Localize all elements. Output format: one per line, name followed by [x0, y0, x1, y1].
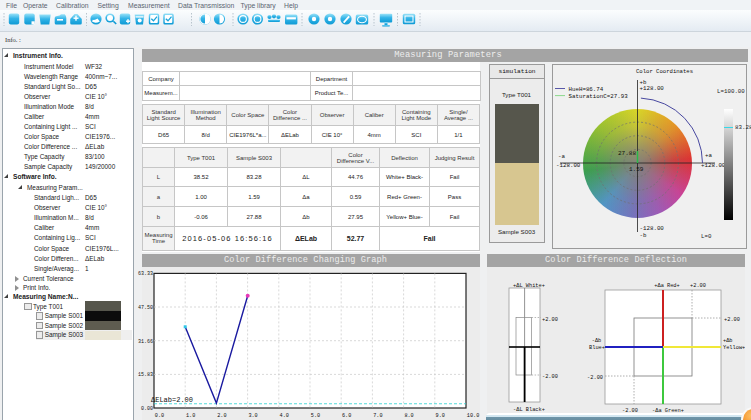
svg-text:-b: -b [640, 232, 647, 239]
svg-text:-2.00: -2.00 [542, 374, 558, 380]
svg-text:+128.00: +128.00 [701, 162, 726, 169]
svg-text:-128.00: -128.00 [556, 162, 581, 169]
svg-text:31.66: 31.66 [138, 339, 153, 345]
svg-text:4.0: 4.0 [280, 413, 289, 419]
svg-text:+2.00: +2.00 [724, 317, 740, 323]
svg-text:5.0: 5.0 [311, 413, 320, 419]
svg-text:3.0: 3.0 [248, 413, 257, 419]
svg-text:Yellow+: Yellow+ [723, 345, 745, 351]
svg-text:-2.00: -2.00 [587, 375, 603, 381]
svg-text:2.0: 2.0 [217, 413, 226, 419]
svg-text:7.0: 7.0 [373, 413, 382, 419]
svg-text:+128.00: +128.00 [640, 85, 665, 92]
svg-text:6.0: 6.0 [342, 413, 351, 419]
svg-text:HueH=86.74: HueH=86.74 [569, 86, 604, 93]
svg-text:8.0: 8.0 [404, 413, 413, 419]
svg-text:63.33: 63.33 [138, 271, 153, 277]
svg-text:+ΔL White+: +ΔL White+ [513, 283, 545, 289]
svg-text:SaturationC=27.93: SaturationC=27.93 [569, 93, 629, 100]
svg-text:Blue+: Blue+ [589, 345, 605, 351]
svg-text:+Δa Red+: +Δa Red+ [654, 283, 679, 289]
svg-text:0.0: 0.0 [155, 413, 164, 419]
svg-text:-128.00: -128.00 [640, 225, 665, 232]
svg-text:+a: +a [705, 152, 712, 159]
svg-text:47.50: 47.50 [138, 305, 153, 311]
svg-text:+2.00: +2.00 [690, 283, 706, 289]
svg-text:9.0: 9.0 [436, 413, 445, 419]
svg-text:0.00: 0.00 [141, 406, 153, 412]
svg-text:1.0: 1.0 [186, 413, 195, 419]
svg-text:+2.00: +2.00 [542, 317, 558, 323]
svg-text:-Δb: -Δb [592, 338, 602, 344]
svg-text:27.88: 27.88 [618, 150, 636, 157]
svg-text:-a: -a [558, 153, 565, 160]
svg-text:ΔELab=2.00: ΔELab=2.00 [151, 396, 193, 404]
svg-text:+Δb: +Δb [723, 338, 733, 344]
svg-text:10.0: 10.0 [467, 413, 479, 419]
svg-text:1.59: 1.59 [629, 166, 644, 173]
svg-text:15.83: 15.83 [138, 372, 153, 378]
